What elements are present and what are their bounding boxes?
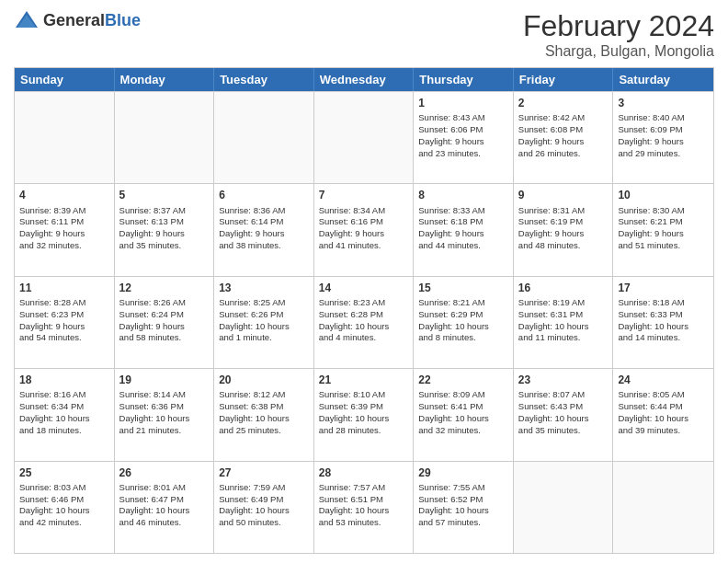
sunset-text: Sunset: 6:38 PM [219, 401, 309, 413]
sunset-text: Sunset: 6:29 PM [418, 309, 508, 321]
daylight-minutes-text: and 35 minutes. [518, 425, 609, 437]
logo-blue: Blue [105, 11, 141, 29]
calendar-row: 1Sunrise: 8:43 AMSunset: 6:06 PMDaylight… [15, 91, 713, 183]
daylight-text: Daylight: 10 hours [19, 505, 109, 517]
calendar-header: SundayMondayTuesdayWednesdayThursdayFrid… [15, 68, 713, 91]
calendar-cell [314, 92, 415, 183]
daylight-minutes-text: and 1 minute. [219, 332, 309, 344]
daylight-minutes-text: and 50 minutes. [219, 517, 309, 529]
daylight-text: Daylight: 9 hours [119, 321, 210, 333]
logo: GeneralBlue [14, 9, 141, 31]
daylight-minutes-text: and 53 minutes. [319, 517, 409, 529]
daylight-text: Daylight: 9 hours [518, 136, 609, 148]
calendar-cell: 19Sunrise: 8:14 AMSunset: 6:36 PMDayligh… [115, 369, 215, 460]
daylight-minutes-text: and 32 minutes. [19, 240, 109, 252]
sunset-text: Sunset: 6:18 PM [418, 216, 508, 228]
daylight-text: Daylight: 10 hours [418, 413, 508, 425]
day-number: 12 [119, 281, 210, 295]
logo-text: GeneralBlue [43, 11, 141, 30]
calendar-header-cell: Monday [115, 68, 215, 91]
daylight-text: Daylight: 9 hours [418, 136, 508, 148]
calendar-cell: 17Sunrise: 8:18 AMSunset: 6:33 PMDayligh… [613, 277, 713, 368]
sunrise-text: Sunrise: 8:25 AM [219, 297, 309, 309]
calendar-cell: 7Sunrise: 8:34 AMSunset: 6:16 PMDaylight… [314, 184, 415, 275]
calendar-row: 11Sunrise: 8:28 AMSunset: 6:23 PMDayligh… [15, 276, 713, 368]
calendar-body: 1Sunrise: 8:43 AMSunset: 6:06 PMDaylight… [15, 91, 713, 553]
sunset-text: Sunset: 6:19 PM [518, 216, 609, 228]
day-number: 18 [19, 373, 109, 387]
day-number: 21 [319, 373, 409, 387]
day-number: 7 [319, 188, 409, 202]
daylight-text: Daylight: 9 hours [618, 228, 709, 240]
daylight-minutes-text: and 57 minutes. [418, 517, 508, 529]
daylight-minutes-text: and 11 minutes. [518, 332, 609, 344]
sunset-text: Sunset: 6:34 PM [19, 401, 109, 413]
calendar-cell: 20Sunrise: 8:12 AMSunset: 6:38 PMDayligh… [214, 369, 314, 460]
calendar-cell [15, 92, 115, 183]
sunset-text: Sunset: 6:11 PM [19, 216, 109, 228]
daylight-minutes-text: and 35 minutes. [119, 240, 210, 252]
calendar-cell: 10Sunrise: 8:30 AMSunset: 6:21 PMDayligh… [613, 184, 713, 275]
daylight-text: Daylight: 10 hours [518, 413, 609, 425]
daylight-text: Daylight: 10 hours [319, 505, 409, 517]
sunrise-text: Sunrise: 8:21 AM [418, 297, 508, 309]
calendar-header-cell: Wednesday [314, 68, 415, 91]
sunset-text: Sunset: 6:36 PM [119, 401, 210, 413]
calendar-cell: 18Sunrise: 8:16 AMSunset: 6:34 PMDayligh… [15, 369, 115, 460]
daylight-minutes-text: and 41 minutes. [319, 240, 409, 252]
day-number: 4 [19, 188, 109, 202]
logo-general: General [43, 11, 105, 29]
sunrise-text: Sunrise: 8:30 AM [618, 205, 709, 217]
calendar-cell [514, 462, 614, 553]
sunset-text: Sunset: 6:21 PM [618, 216, 709, 228]
sunrise-text: Sunrise: 8:40 AM [618, 112, 709, 124]
calendar-cell: 8Sunrise: 8:33 AMSunset: 6:18 PMDaylight… [414, 184, 514, 275]
sunrise-text: Sunrise: 8:09 AM [418, 389, 508, 401]
calendar-cell: 2Sunrise: 8:42 AMSunset: 6:08 PMDaylight… [514, 92, 614, 183]
day-number: 26 [119, 465, 210, 480]
sunset-text: Sunset: 6:28 PM [319, 309, 409, 321]
sunset-text: Sunset: 6:46 PM [19, 494, 109, 506]
daylight-text: Daylight: 10 hours [219, 505, 309, 517]
daylight-text: Daylight: 10 hours [418, 505, 508, 517]
calendar-cell: 3Sunrise: 8:40 AMSunset: 6:09 PMDaylight… [613, 92, 713, 183]
daylight-text: Daylight: 10 hours [119, 505, 210, 517]
calendar-header-cell: Saturday [613, 68, 713, 91]
sunrise-text: Sunrise: 7:57 AM [319, 482, 409, 494]
daylight-text: Daylight: 10 hours [618, 413, 709, 425]
sunrise-text: Sunrise: 8:05 AM [618, 389, 709, 401]
sunset-text: Sunset: 6:33 PM [618, 309, 709, 321]
daylight-minutes-text: and 46 minutes. [119, 517, 210, 529]
day-number: 27 [219, 465, 309, 480]
calendar-cell: 4Sunrise: 8:39 AMSunset: 6:11 PMDaylight… [15, 184, 115, 275]
calendar-row: 18Sunrise: 8:16 AMSunset: 6:34 PMDayligh… [15, 368, 713, 460]
day-number: 14 [319, 281, 409, 295]
calendar-cell: 6Sunrise: 8:36 AMSunset: 6:14 PMDaylight… [214, 184, 314, 275]
daylight-text: Daylight: 10 hours [618, 321, 709, 333]
calendar: SundayMondayTuesdayWednesdayThursdayFrid… [14, 67, 714, 554]
sunrise-text: Sunrise: 8:39 AM [19, 205, 109, 217]
sunrise-text: Sunrise: 8:37 AM [119, 205, 210, 217]
calendar-cell: 23Sunrise: 8:07 AMSunset: 6:43 PMDayligh… [514, 369, 614, 460]
day-number: 6 [219, 188, 309, 202]
daylight-text: Daylight: 9 hours [19, 228, 109, 240]
daylight-minutes-text: and 4 minutes. [319, 332, 409, 344]
daylight-text: Daylight: 10 hours [219, 413, 309, 425]
daylight-text: Daylight: 9 hours [119, 228, 210, 240]
daylight-minutes-text: and 29 minutes. [618, 148, 709, 160]
daylight-minutes-text: and 38 minutes. [219, 240, 309, 252]
day-number: 29 [418, 465, 508, 480]
daylight-minutes-text: and 54 minutes. [19, 332, 109, 344]
calendar-cell: 11Sunrise: 8:28 AMSunset: 6:23 PMDayligh… [15, 277, 115, 368]
day-number: 16 [518, 281, 609, 295]
sunset-text: Sunset: 6:13 PM [119, 216, 210, 228]
sunset-text: Sunset: 6:52 PM [418, 494, 508, 506]
sunrise-text: Sunrise: 8:34 AM [319, 205, 409, 217]
day-number: 25 [19, 465, 109, 480]
daylight-text: Daylight: 9 hours [219, 228, 309, 240]
daylight-text: Daylight: 9 hours [518, 228, 609, 240]
daylight-minutes-text: and 26 minutes. [518, 148, 609, 160]
calendar-header-cell: Friday [514, 68, 614, 91]
title-block: February 2024 Sharga, Bulgan, Mongolia [523, 9, 714, 60]
daylight-text: Daylight: 9 hours [19, 321, 109, 333]
